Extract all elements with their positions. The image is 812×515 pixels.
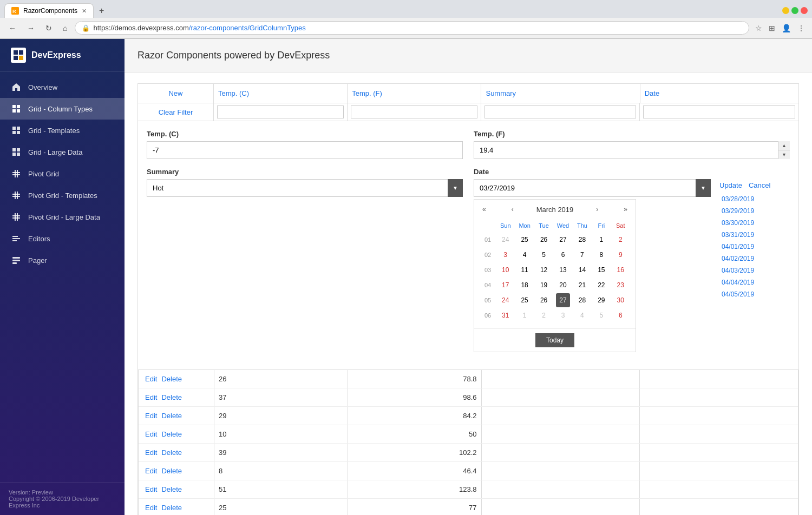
cal-day-23-sat[interactable]: 23 xyxy=(613,278,627,292)
shortcut-8[interactable]: 04/05/2019 xyxy=(719,289,790,300)
cal-day-28-thu[interactable]: 28 xyxy=(575,293,589,307)
cal-day-14[interactable]: 14 xyxy=(575,263,589,277)
cal-day-3-sun[interactable]: 3 xyxy=(499,248,513,262)
delete-link-1[interactable]: Delete xyxy=(161,393,182,401)
sidebar-item-editors[interactable]: Editors xyxy=(0,228,125,249)
cal-day-21[interactable]: 21 xyxy=(575,278,589,292)
extensions-icon[interactable]: ⊞ xyxy=(767,22,777,34)
shortcut-3[interactable]: 03/31/2019 xyxy=(719,229,790,240)
win-minimize-btn[interactable] xyxy=(782,7,789,14)
cal-day-7[interactable]: 7 xyxy=(575,248,589,262)
filter-temp-c-input[interactable] xyxy=(217,105,344,118)
cal-day-3-next[interactable]: 3 xyxy=(556,308,570,322)
summary-select[interactable]: Hot Warm Cool Cold Freezing xyxy=(147,179,463,197)
update-btn[interactable]: Update xyxy=(719,181,742,189)
cal-day-26[interactable]: 26 xyxy=(537,233,551,247)
cal-day-9-sat[interactable]: 9 xyxy=(613,248,627,262)
cal-day-29[interactable]: 29 xyxy=(594,293,608,307)
edit-link-0[interactable]: Edit xyxy=(145,375,157,383)
cal-day-27-selected[interactable]: 27 xyxy=(556,293,570,307)
cal-day-1-fri[interactable]: 1 xyxy=(594,233,608,247)
filter-date-input[interactable] xyxy=(643,105,795,118)
cal-next-btn[interactable]: › xyxy=(593,204,601,215)
cal-day-4-next[interactable]: 4 xyxy=(575,308,589,322)
shortcut-5[interactable]: 04/02/2019 xyxy=(719,253,790,264)
clear-filter-btn[interactable]: Clear Filter xyxy=(138,103,214,121)
cal-day-20[interactable]: 20 xyxy=(556,278,570,292)
cal-day-2-sat[interactable]: 2 xyxy=(613,233,627,247)
cal-day-19[interactable]: 19 xyxy=(537,278,551,292)
cal-prev-btn[interactable]: ‹ xyxy=(509,204,516,215)
col-header-temp-f[interactable]: Temp. (F) xyxy=(348,84,481,103)
col-header-temp-c[interactable]: Temp. (C) xyxy=(214,84,348,103)
profile-icon[interactable]: 👤 xyxy=(780,22,793,34)
cal-day-18[interactable]: 18 xyxy=(518,278,532,292)
date-dropdown-arrow-icon[interactable]: ▼ xyxy=(696,179,711,197)
edit-link-4[interactable]: Edit xyxy=(145,448,157,457)
menu-icon[interactable]: ⋮ xyxy=(796,22,807,34)
spin-down-btn[interactable]: ▼ xyxy=(778,150,790,159)
cal-day-5[interactable]: 5 xyxy=(537,248,551,262)
sidebar-item-overview[interactable]: Overview xyxy=(0,76,125,98)
cal-day-25[interactable]: 25 xyxy=(518,233,532,247)
sidebar-item-grid-large-data[interactable]: Grid - Large Data xyxy=(0,141,125,163)
shortcut-0[interactable]: 03/28/2019 xyxy=(719,194,790,204)
cal-day-4[interactable]: 4 xyxy=(518,248,532,262)
bookmark-icon[interactable]: ☆ xyxy=(754,22,764,34)
today-btn[interactable]: Today xyxy=(535,333,574,347)
cal-day-25-mon[interactable]: 25 xyxy=(518,293,532,307)
spin-up-btn[interactable]: ▲ xyxy=(778,141,790,150)
col-header-date[interactable]: Date xyxy=(640,84,798,103)
edit-link-3[interactable]: Edit xyxy=(145,430,157,438)
edit-link-7[interactable]: Edit xyxy=(145,504,157,512)
cal-last-btn[interactable]: » xyxy=(621,204,630,215)
tab-close-btn[interactable]: ✕ xyxy=(82,8,87,15)
home-btn[interactable]: ⌂ xyxy=(60,22,70,34)
address-bar[interactable]: 🔒 https://demos.devexpress.com/razor-com… xyxy=(75,21,749,35)
forward-btn[interactable]: → xyxy=(24,22,38,34)
cal-day-31-sun[interactable]: 31 xyxy=(499,308,513,322)
delete-link-3[interactable]: Delete xyxy=(161,430,182,438)
date-input[interactable] xyxy=(474,179,711,197)
refresh-btn[interactable]: ↻ xyxy=(42,22,55,34)
shortcut-2[interactable]: 03/30/2019 xyxy=(719,217,790,228)
cal-day-24-prev[interactable]: 24 xyxy=(499,233,513,247)
sidebar-item-grid-templates[interactable]: Grid - Templates xyxy=(0,120,125,141)
delete-link-7[interactable]: Delete xyxy=(161,504,182,512)
edit-link-5[interactable]: Edit xyxy=(145,467,157,475)
cal-day-1-next[interactable]: 1 xyxy=(518,308,532,322)
back-btn[interactable]: ← xyxy=(5,22,19,34)
cal-day-17-sun[interactable]: 17 xyxy=(499,278,513,292)
cal-day-28[interactable]: 28 xyxy=(575,233,589,247)
cal-day-15[interactable]: 15 xyxy=(594,263,608,277)
cal-day-30-sat[interactable]: 30 xyxy=(613,293,627,307)
cal-day-5-next[interactable]: 5 xyxy=(594,308,608,322)
shortcut-4[interactable]: 04/01/2019 xyxy=(719,241,790,252)
delete-link-6[interactable]: Delete xyxy=(161,485,182,493)
new-tab-btn[interactable]: + xyxy=(96,6,107,16)
sidebar-item-pivot-grid-large-data[interactable]: Pivot Grid - Large Data xyxy=(0,206,125,228)
temp-c-input[interactable] xyxy=(147,141,463,159)
cal-first-btn[interactable]: « xyxy=(480,204,489,215)
filter-temp-f-input[interactable] xyxy=(351,105,477,118)
cal-day-26-tue[interactable]: 26 xyxy=(537,293,551,307)
sidebar-item-grid-column-types[interactable]: Grid - Column Types xyxy=(0,98,125,120)
delete-link-2[interactable]: Delete xyxy=(161,412,182,420)
cal-day-12[interactable]: 12 xyxy=(537,263,551,277)
cal-day-2-next[interactable]: 2 xyxy=(537,308,551,322)
sidebar-item-pivot-grid[interactable]: Pivot Grid xyxy=(0,163,125,184)
delete-link-0[interactable]: Delete xyxy=(161,375,182,383)
cal-day-6[interactable]: 6 xyxy=(556,248,570,262)
col-header-summary[interactable]: Summary xyxy=(481,84,640,103)
cancel-btn[interactable]: Cancel xyxy=(749,181,770,189)
edit-link-1[interactable]: Edit xyxy=(145,393,157,401)
col-header-new[interactable]: New xyxy=(138,84,214,103)
cal-day-10-sun[interactable]: 10 xyxy=(499,263,513,277)
win-maximize-btn[interactable] xyxy=(791,7,798,14)
browser-tab[interactable]: R RazorComponents ✕ xyxy=(4,3,94,18)
cal-day-11[interactable]: 11 xyxy=(518,263,532,277)
cal-day-8[interactable]: 8 xyxy=(594,248,608,262)
cal-day-24-sun[interactable]: 24 xyxy=(499,293,513,307)
win-close-btn[interactable] xyxy=(801,7,808,14)
cal-day-16-sat[interactable]: 16 xyxy=(613,263,627,277)
